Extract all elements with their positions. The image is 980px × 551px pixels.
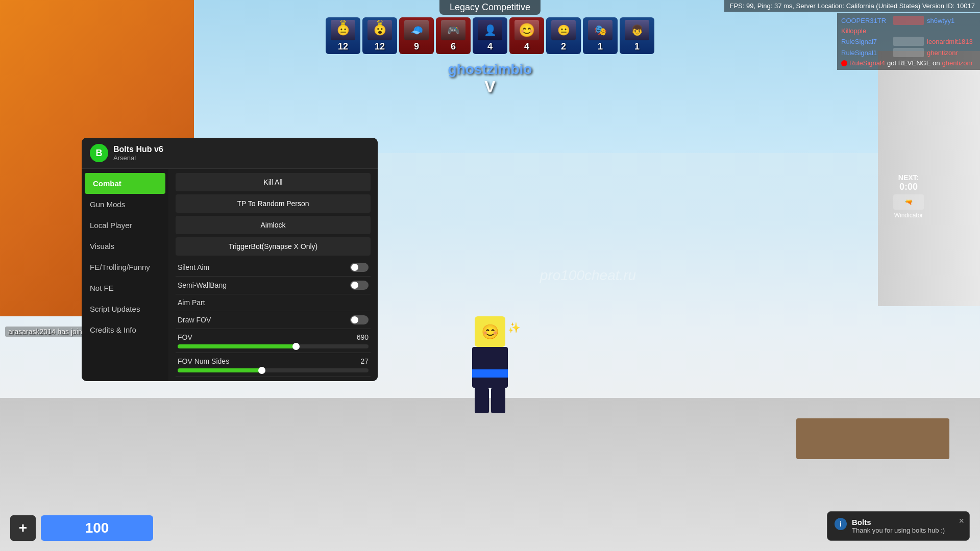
cheat-content: Kill All TP To Random Person Aimlock Tri… bbox=[168, 169, 378, 381]
player-score-7: 2 bbox=[561, 41, 566, 52]
sidebar-item-visuals[interactable]: Visuals bbox=[82, 236, 168, 257]
crown-icon-2: ♛ bbox=[376, 18, 383, 28]
notification-text: Bolts Thank you for using bolts hub :) bbox=[852, 518, 949, 534]
revenge-actor: RuleSignal4 bbox=[849, 59, 885, 67]
sb-weapon-4 bbox=[893, 48, 924, 57]
triggerbot-button[interactable]: TriggerBot(Synapse X Only) bbox=[176, 237, 371, 256]
game-mode-label: Legacy Competitive bbox=[439, 0, 541, 15]
player-card-5: 👤 4 bbox=[473, 17, 507, 54]
player-score-9: 1 bbox=[634, 41, 640, 52]
next-gun-name: Windicator bbox=[893, 212, 924, 219]
player-card-1: ♛ 😐 12 bbox=[326, 17, 360, 54]
sidebar-item-script-updates[interactable]: Script Updates bbox=[82, 298, 168, 319]
aim-part-row: Aim Part bbox=[176, 294, 371, 311]
fov-slider-thumb bbox=[292, 343, 300, 350]
players-hud: ♛ 😐 12 ♛ 😮 12 🧢 9 🎮 6 👤 4 😊 4 😐 2 bbox=[326, 17, 654, 54]
revenge-dot bbox=[841, 60, 847, 66]
sidebar-item-credits-info[interactable]: Credits & Info bbox=[82, 319, 168, 340]
sb-row-3: RuleSignal7 leonardmit1813 bbox=[841, 36, 976, 47]
revenge-text: got REVENGE on bbox=[887, 59, 940, 67]
notification-close-button[interactable]: × bbox=[959, 516, 964, 527]
silent-aim-label: Silent Aim bbox=[178, 263, 209, 271]
kill-all-button[interactable]: Kill All bbox=[176, 173, 371, 191]
sb-row-1: COOPER31TR sh6wtyy1 bbox=[841, 15, 976, 26]
sb-row-4: RuleSignal1 ghentizonr bbox=[841, 47, 976, 58]
cheat-title-area: Bolts Hub v6 Arsenal bbox=[113, 145, 163, 162]
draw-fov-label: Draw FOV bbox=[178, 316, 211, 324]
draw-fov-knob bbox=[351, 316, 358, 323]
gun-sparkle: ✨ bbox=[508, 321, 521, 334]
fov-slider-label-row: FOV 690 bbox=[178, 333, 369, 341]
fov-slider-fill bbox=[178, 344, 296, 348]
sidebar-item-not-fe[interactable]: Not FE bbox=[82, 278, 168, 298]
fov-slider-row: FOV 690 bbox=[176, 329, 371, 353]
silent-aim-knob bbox=[351, 264, 358, 271]
sb-row-2: Killopple bbox=[841, 26, 976, 36]
player-card-4: 🎮 6 bbox=[436, 17, 471, 54]
vs-player-name: ghostzimbio bbox=[448, 61, 532, 78]
fov-num-sides-slider-track[interactable] bbox=[178, 368, 369, 372]
sb-player1-name: COOPER31TR bbox=[841, 17, 890, 24]
player-character: 😊 ✨ bbox=[459, 316, 521, 418]
player-card-6: 😊 4 bbox=[509, 17, 544, 54]
health-bar: 100 bbox=[41, 515, 153, 541]
silent-aim-row: Silent Aim bbox=[176, 259, 371, 277]
cheat-header: B Bolts Hub v6 Arsenal bbox=[82, 138, 378, 169]
sb-player4-name: RuleSignal1 bbox=[841, 49, 890, 57]
char-body bbox=[472, 347, 508, 388]
cheat-logo: B bbox=[90, 144, 108, 162]
cheat-body: Combat Gun Mods Local Player Visuals FE/… bbox=[82, 169, 378, 381]
sb-player3-opponent: leonardmit1813 bbox=[927, 38, 976, 45]
revenge-victim: ghentizonr bbox=[942, 59, 973, 67]
health-bar-container: + 100 bbox=[10, 515, 153, 541]
char-legs bbox=[459, 388, 521, 413]
scoreboard: COOPER31TR sh6wtyy1 Killopple RuleSignal… bbox=[837, 13, 980, 70]
crown-icon-1: ♛ bbox=[339, 18, 347, 28]
next-label: NEXT: bbox=[893, 173, 924, 182]
cheat-title: Bolts Hub v6 bbox=[113, 145, 163, 154]
notification-body: Thank you for using bolts hub :) bbox=[852, 527, 949, 534]
fov-num-sides-slider-thumb bbox=[258, 367, 265, 374]
semi-wallbang-row: Semi-WallBang bbox=[176, 277, 371, 294]
sidebar-item-fe-trolling[interactable]: FE/Trolling/Funny bbox=[82, 257, 168, 278]
silent-aim-toggle[interactable] bbox=[350, 263, 369, 272]
draw-fov-row: Draw FOV bbox=[176, 311, 371, 329]
player-score-6: 4 bbox=[524, 41, 529, 52]
fov-label: FOV bbox=[178, 333, 192, 341]
char-leg-left bbox=[475, 388, 489, 413]
fov-slider-track[interactable] bbox=[178, 344, 369, 348]
health-plus-icon: + bbox=[10, 515, 36, 541]
player-score-1: 12 bbox=[338, 41, 348, 52]
fov-num-sides-slider-fill bbox=[178, 368, 262, 372]
fov-value: 690 bbox=[357, 333, 369, 341]
notification-panel: i Bolts Thank you for using bolts hub :)… bbox=[827, 511, 970, 541]
aimlock-button[interactable]: Aimlock bbox=[176, 216, 371, 234]
sidebar-item-gun-mods[interactable]: Gun Mods bbox=[82, 194, 168, 215]
next-gun-icon: 🔫 bbox=[893, 194, 924, 210]
cheat-sidebar: Combat Gun Mods Local Player Visuals FE/… bbox=[82, 169, 168, 381]
player-card-7: 😐 2 bbox=[546, 17, 581, 54]
char-leg-right bbox=[491, 388, 505, 413]
notification-icon: i bbox=[835, 518, 847, 530]
draw-fov-toggle[interactable] bbox=[350, 315, 369, 324]
sb-weapon-3 bbox=[893, 37, 924, 46]
sidebar-item-combat[interactable]: Combat bbox=[85, 173, 165, 194]
sb-player3-name: RuleSignal7 bbox=[841, 38, 890, 45]
player-score-3: 9 bbox=[414, 41, 419, 52]
fov-num-sides-slider-row: FOV Num Sides 27 bbox=[176, 353, 371, 377]
player-score-4: 6 bbox=[451, 41, 456, 52]
player-card-3: 🧢 9 bbox=[399, 17, 434, 54]
player-score-8: 1 bbox=[598, 41, 603, 52]
fov-num-sides-label: FOV Num Sides bbox=[178, 357, 229, 365]
sidebar-item-local-player[interactable]: Local Player bbox=[82, 215, 168, 236]
semi-wallbang-knob bbox=[351, 282, 358, 289]
player-card-9: 👦 1 bbox=[620, 17, 654, 54]
semi-wallbang-label: Semi-WallBang bbox=[178, 281, 227, 289]
vs-display: ghostzimbio V bbox=[448, 61, 532, 96]
tp-random-button[interactable]: TP To Random Person bbox=[176, 194, 371, 213]
player-card-2: ♛ 😮 12 bbox=[362, 17, 397, 54]
char-belt bbox=[472, 369, 508, 378]
player-score-2: 12 bbox=[375, 41, 385, 52]
cheat-subtitle: Arsenal bbox=[113, 154, 163, 162]
semi-wallbang-toggle[interactable] bbox=[350, 281, 369, 290]
